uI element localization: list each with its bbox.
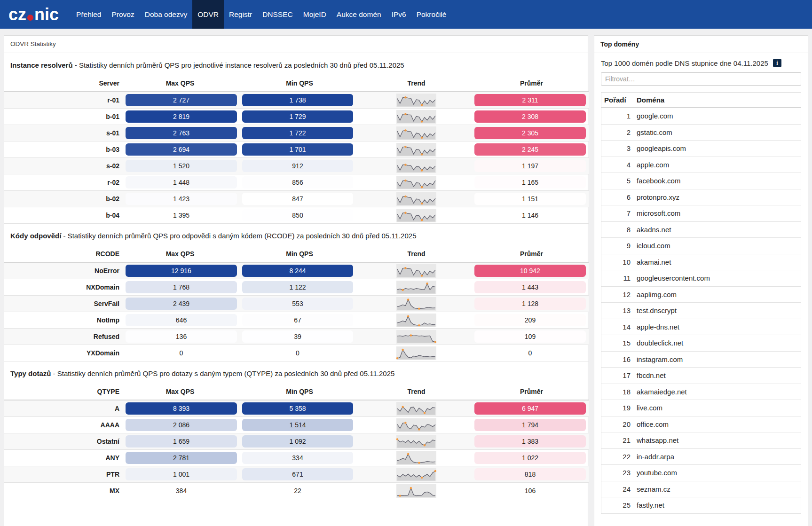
max-qps-cell: 2 086 bbox=[126, 419, 237, 431]
logo-text-nic: nic bbox=[34, 5, 59, 24]
row-label: b-01 bbox=[4, 113, 119, 120]
table-row: AAAA2 0861 5141 794 bbox=[4, 417, 589, 433]
avg-qps-cell: 10 942 bbox=[474, 265, 586, 277]
domain-row: 17fbcdn.net bbox=[601, 368, 801, 384]
row-label: b-03 bbox=[4, 146, 119, 153]
max-qps-cell: 646 bbox=[126, 314, 237, 326]
table-row: NXDomain1 7681 1221 443 bbox=[4, 279, 589, 296]
top-nav: cznic PřehledProvozDoba odezvyODVRRegist… bbox=[0, 0, 812, 29]
nav-item-ipv6[interactable]: IPv6 bbox=[386, 0, 411, 29]
domain-row: 1google.com bbox=[601, 108, 801, 125]
nav-item-p-ehled[interactable]: Přehled bbox=[71, 0, 106, 29]
domain-row: 15doubleclick.net bbox=[601, 335, 801, 352]
table-row: Refused13639109 bbox=[4, 329, 589, 345]
max-qps-cell: 2 727 bbox=[126, 94, 237, 106]
min-qps-cell: 8 244 bbox=[242, 265, 353, 277]
domain-rank: 11 bbox=[604, 274, 631, 282]
max-qps-cell: 2 781 bbox=[126, 452, 237, 464]
nav-item-doba-odezvy[interactable]: Doba odezvy bbox=[140, 0, 192, 29]
table-row: ANY2 7813341 022 bbox=[4, 450, 589, 466]
min-qps-cell: 39 bbox=[242, 330, 353, 343]
max-qps-cell: 2 439 bbox=[126, 298, 237, 310]
stat-section: Instance resolverů - Statistiky denních … bbox=[4, 53, 588, 224]
trend-sparkline bbox=[396, 297, 436, 311]
min-qps-cell: 1 122 bbox=[242, 281, 353, 293]
filter-input[interactable] bbox=[601, 72, 801, 86]
max-qps-cell: 1 520 bbox=[126, 160, 237, 172]
nav-item-provoz[interactable]: Provoz bbox=[106, 0, 139, 29]
nav-menu: PřehledProvozDoba odezvyODVRRegistrDNSSE… bbox=[71, 0, 451, 29]
domain-rank: 5 bbox=[604, 177, 631, 185]
top-domains-table: Pořadí Doména 1google.com2gstatic.com3go… bbox=[601, 92, 801, 514]
table-row: b-032 6941 7012 245 bbox=[4, 141, 589, 158]
table-row: r-012 7271 7382 311 bbox=[4, 92, 589, 109]
domain-row: 11googleusercontent.com bbox=[601, 270, 801, 287]
avg-qps-cell: 6 947 bbox=[474, 402, 586, 415]
domain-name: doubleclick.net bbox=[637, 339, 683, 347]
nav-item-dnssec[interactable]: DNSSEC bbox=[257, 0, 298, 29]
avg-qps-cell: 818 bbox=[474, 468, 586, 480]
domain-row: 25fastly.net bbox=[601, 497, 801, 514]
trend-sparkline bbox=[396, 314, 436, 327]
min-qps-cell: 847 bbox=[242, 193, 353, 205]
domain-row: 23youtube.com bbox=[601, 465, 801, 481]
domain-row: 6protonpro.xyz bbox=[601, 189, 801, 206]
domain-row: 16instagram.com bbox=[601, 352, 801, 368]
cznic-logo[interactable]: cznic bbox=[8, 0, 59, 29]
trend-sparkline bbox=[396, 110, 436, 124]
domain-name: akadns.net bbox=[637, 226, 671, 234]
min-qps-cell: 0 bbox=[242, 347, 353, 359]
min-qps-cell: 856 bbox=[242, 176, 353, 188]
max-qps-cell: 0 bbox=[126, 347, 237, 359]
min-qps-cell: 850 bbox=[242, 209, 353, 221]
nav-item-pokro-il-[interactable]: Pokročilé bbox=[411, 0, 452, 29]
trend-sparkline bbox=[396, 468, 436, 481]
table-row: NotImp64667209 bbox=[4, 312, 589, 329]
top-domains-panel: Top domény Top 1000 domén podle DNS stup… bbox=[594, 35, 808, 526]
domain-name: test.dnscrypt bbox=[637, 306, 677, 314]
table-row: s-012 7631 7222 305 bbox=[4, 125, 589, 141]
nav-item-mojeid[interactable]: MojeID bbox=[298, 0, 331, 29]
domain-name: office.com bbox=[637, 420, 669, 428]
avg-qps-cell: 1 383 bbox=[474, 435, 586, 447]
trend-sparkline bbox=[396, 418, 436, 432]
row-label: NXDomain bbox=[4, 283, 119, 291]
avg-qps-cell: 209 bbox=[474, 314, 586, 326]
stat-table-header: ServerMax QPSMin QPSTrendPrůměr bbox=[4, 75, 589, 92]
domain-name: googleapis.com bbox=[637, 144, 686, 152]
max-qps-cell: 1 395 bbox=[126, 209, 237, 221]
table-row: PTR1 001671818 bbox=[4, 466, 589, 483]
max-qps-cell: 1 423 bbox=[126, 193, 237, 205]
domain-name: aaplimg.com bbox=[637, 290, 677, 298]
trend-sparkline bbox=[396, 143, 436, 157]
domain-rank: 9 bbox=[604, 242, 631, 250]
trend-sparkline bbox=[396, 126, 436, 140]
domain-row: 8akadns.net bbox=[601, 222, 801, 238]
nav-item-aukce-dom-n[interactable]: Aukce domén bbox=[331, 0, 386, 29]
table-row: YXDomain000 bbox=[4, 345, 589, 361]
domain-name: live.com bbox=[637, 404, 662, 412]
top-domains-body: Top 1000 domén podle DNS stupnice dne 04… bbox=[594, 53, 808, 514]
avg-qps-cell: 2 245 bbox=[474, 143, 586, 156]
min-qps-cell: 1 722 bbox=[242, 127, 353, 139]
row-label: Ostatní bbox=[4, 438, 119, 445]
domain-rank: 1 bbox=[604, 112, 631, 120]
domain-name: google.com bbox=[637, 112, 673, 120]
domain-row: 3googleapis.com bbox=[601, 141, 801, 157]
max-qps-cell: 1 448 bbox=[126, 176, 237, 188]
trend-sparkline bbox=[396, 484, 436, 498]
trend-sparkline bbox=[396, 94, 436, 107]
domain-name: fbcdn.net bbox=[637, 371, 666, 379]
domain-row: 22in-addr.arpa bbox=[601, 449, 801, 465]
info-icon[interactable]: i bbox=[773, 59, 781, 67]
max-qps-cell: 2 819 bbox=[126, 110, 237, 123]
nav-item-registr[interactable]: Registr bbox=[224, 0, 257, 29]
section-title: Typy dotazů - Statistiky denních průměrů… bbox=[10, 369, 582, 377]
avg-qps-cell: 1 151 bbox=[474, 193, 586, 205]
top-domains-rows: 1google.com2gstatic.com3googleapis.com4a… bbox=[601, 108, 801, 514]
nav-item-odvr[interactable]: ODVR bbox=[192, 0, 224, 29]
domain-row: 7microsoft.com bbox=[601, 205, 801, 222]
avg-qps-cell: 109 bbox=[474, 330, 586, 343]
row-label: A bbox=[4, 405, 119, 412]
domain-name: youtube.com bbox=[637, 469, 677, 477]
